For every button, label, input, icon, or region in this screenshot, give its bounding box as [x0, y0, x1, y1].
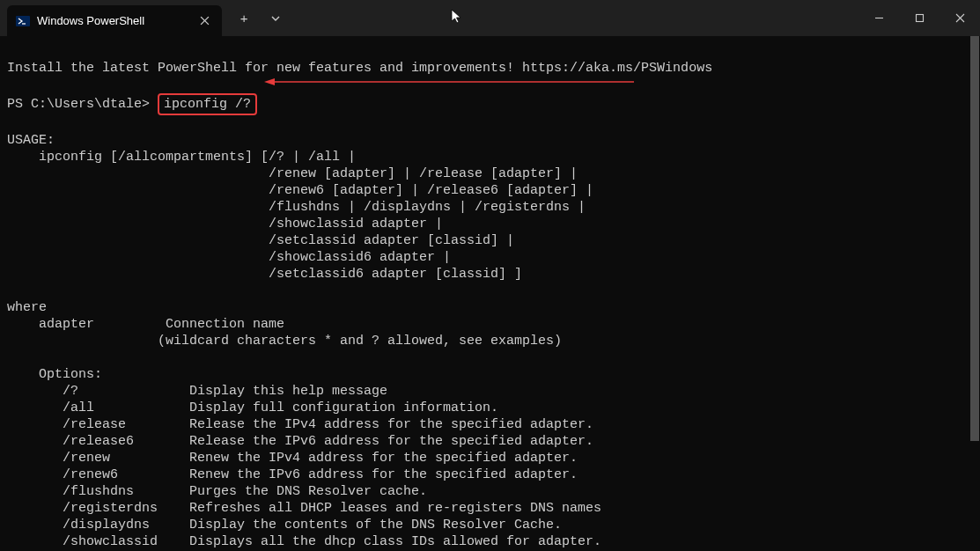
options-header: Options:	[7, 367, 102, 382]
tab-powershell[interactable]: Windows PowerShell	[7, 5, 222, 36]
where-header: where	[7, 300, 47, 315]
callout-arrow	[264, 77, 634, 87]
close-tab-button[interactable]	[195, 12, 213, 30]
powershell-icon	[16, 14, 30, 28]
highlighted-command: ipconfig /?	[158, 93, 257, 115]
where-block: adapter Connection name (wildcard charac…	[7, 317, 562, 349]
titlebar: Windows PowerShell +	[0, 0, 980, 36]
scrollbar-thumb[interactable]	[970, 36, 979, 441]
tabbar-controls: +	[231, 5, 289, 32]
maximize-button[interactable]	[899, 0, 939, 36]
tab-dropdown-button[interactable]	[262, 5, 289, 32]
usage-header: USAGE:	[7, 133, 55, 148]
minimize-button[interactable]	[858, 0, 899, 36]
usage-block: ipconfig [/allcompartments] [/? | /all |…	[7, 150, 593, 282]
scrollbar-track[interactable]	[969, 36, 980, 551]
options-block: /? Display this help message /all Displa…	[7, 384, 601, 551]
new-tab-button[interactable]: +	[231, 5, 257, 32]
prompt: PS C:\Users\dtale>	[7, 97, 150, 112]
terminal-viewport[interactable]: Install the latest PowerShell for new fe…	[0, 36, 980, 551]
svg-rect-5	[916, 15, 923, 22]
close-window-button[interactable]	[939, 0, 980, 36]
window-controls	[858, 0, 980, 36]
tab-title: Windows PowerShell	[37, 12, 188, 29]
svg-marker-9	[264, 78, 275, 85]
install-line: Install the latest PowerShell for new fe…	[7, 61, 712, 76]
